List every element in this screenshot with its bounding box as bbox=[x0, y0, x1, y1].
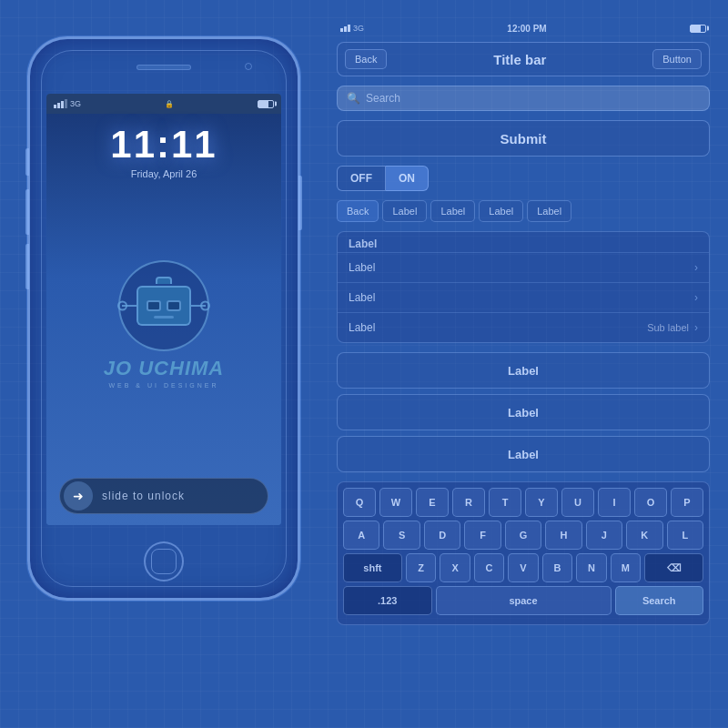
robot-mouth bbox=[154, 316, 174, 318]
robot-eye-left bbox=[147, 300, 161, 311]
key-shift[interactable]: shft bbox=[343, 553, 402, 582]
key-b[interactable]: B bbox=[542, 553, 572, 582]
battery-icon bbox=[258, 100, 274, 108]
power-button[interactable] bbox=[298, 176, 302, 230]
keyboard: Q W E R T Y U I O P A S D F G H J K L sh… bbox=[337, 481, 710, 625]
tab-bar: Back Label Label Label Label bbox=[337, 200, 710, 222]
list-item-3[interactable]: Label Sub label › bbox=[338, 312, 709, 342]
panel-signal-bars bbox=[340, 25, 350, 32]
brand-name: Jo Uchima bbox=[104, 357, 224, 380]
home-button[interactable] bbox=[144, 541, 184, 581]
phone-body: 3G 🔒 11:11 Friday, April 26 bbox=[27, 36, 300, 601]
panel-network: 3G bbox=[353, 24, 364, 33]
chevron-icon-2: › bbox=[694, 291, 698, 304]
key-s[interactable]: S bbox=[383, 521, 420, 550]
keyboard-row-4: .123 space Search bbox=[343, 586, 703, 615]
volume-down-button[interactable] bbox=[25, 244, 29, 289]
tab-label-4[interactable]: Label bbox=[527, 200, 571, 222]
lock-icon: 🔒 bbox=[165, 100, 174, 108]
key-c[interactable]: C bbox=[474, 553, 504, 582]
key-e[interactable]: E bbox=[416, 488, 449, 517]
key-t[interactable]: T bbox=[489, 488, 521, 517]
title-bar: Back Title bar Button bbox=[337, 42, 710, 76]
key-d[interactable]: D bbox=[424, 521, 460, 550]
volume-up-button[interactable] bbox=[25, 189, 29, 235]
toggle-on[interactable]: ON bbox=[386, 166, 429, 191]
list-item-2-label: Label bbox=[349, 291, 375, 304]
antenna-left bbox=[122, 305, 136, 307]
home-button-inner bbox=[151, 549, 177, 574]
key-u[interactable]: U bbox=[561, 488, 594, 517]
key-v[interactable]: V bbox=[508, 553, 538, 582]
action-button-1[interactable]: Label bbox=[337, 352, 710, 389]
key-q[interactable]: Q bbox=[343, 488, 376, 517]
search-input[interactable]: Search bbox=[366, 92, 400, 105]
key-space[interactable]: space bbox=[436, 586, 612, 615]
key-numbers[interactable]: .123 bbox=[343, 586, 432, 615]
keyboard-row-1: Q W E R T Y U I O P bbox=[343, 488, 703, 517]
panel-signal: 3G bbox=[340, 24, 364, 33]
key-i[interactable]: I bbox=[598, 488, 631, 517]
key-p[interactable]: P bbox=[671, 488, 703, 517]
robot-eye-right bbox=[167, 300, 181, 311]
volume-mute-button[interactable] bbox=[25, 148, 29, 176]
key-m[interactable]: M bbox=[611, 553, 641, 582]
key-z[interactable]: Z bbox=[406, 553, 436, 582]
brand-tagline: Web & UI Designer bbox=[108, 382, 218, 389]
robot-circle bbox=[118, 260, 209, 351]
slide-to-unlock[interactable]: ➜ slide to unlock bbox=[59, 478, 268, 514]
search-bar[interactable]: 🔍 Search bbox=[337, 86, 710, 111]
key-f[interactable]: F bbox=[464, 521, 500, 550]
phone-mockup: 3G 🔒 11:11 Friday, April 26 bbox=[27, 36, 300, 601]
panel-status-bar: 3G 12:00 PM bbox=[337, 18, 710, 38]
robot-logo-area: Jo Uchima Web & UI Designer bbox=[104, 170, 224, 478]
tab-label-3[interactable]: Label bbox=[479, 200, 523, 222]
action-buttons: Label Label Label bbox=[337, 352, 710, 472]
keyboard-row-3: shft Z X C V B N M ⌫ bbox=[343, 553, 703, 582]
key-a[interactable]: A bbox=[343, 521, 379, 550]
phone-screen: 3G 🔒 11:11 Friday, April 26 bbox=[46, 94, 281, 525]
panel-clock: 12:00 PM bbox=[507, 24, 546, 34]
network-type: 3G bbox=[70, 99, 81, 108]
list-item-1-label: Label bbox=[349, 261, 375, 274]
key-r[interactable]: R bbox=[452, 488, 485, 517]
tab-label-2[interactable]: Label bbox=[430, 200, 475, 222]
tab-back[interactable]: Back bbox=[337, 200, 379, 222]
key-o[interactable]: O bbox=[634, 488, 667, 517]
key-l[interactable]: L bbox=[667, 521, 703, 550]
action-button-3[interactable]: Label bbox=[337, 436, 710, 472]
search-icon: 🔍 bbox=[347, 92, 360, 105]
ui-panel: 3G 12:00 PM Back Title bar Button 🔍 Sear… bbox=[337, 18, 710, 625]
key-k[interactable]: K bbox=[626, 521, 662, 550]
key-y[interactable]: Y bbox=[525, 488, 558, 517]
submit-button[interactable]: Submit bbox=[337, 120, 710, 157]
tab-label-1[interactable]: Label bbox=[382, 200, 427, 222]
key-backspace[interactable]: ⌫ bbox=[644, 553, 703, 582]
list-item-3-label: Label bbox=[349, 321, 375, 334]
key-g[interactable]: G bbox=[505, 521, 541, 550]
list-item-3-sublabel: Sub label bbox=[647, 322, 689, 333]
phone-status-bar: 3G 🔒 bbox=[46, 94, 281, 114]
list-item-1[interactable]: Label › bbox=[338, 252, 709, 282]
key-search[interactable]: Search bbox=[615, 586, 704, 615]
list-section: Label Label › Label › Label Sub label › bbox=[337, 231, 710, 343]
back-button[interactable]: Back bbox=[345, 49, 387, 69]
key-w[interactable]: W bbox=[379, 488, 412, 517]
antenna-right bbox=[191, 305, 206, 307]
toggle-switch: OFF ON bbox=[337, 166, 710, 191]
keyboard-row-2: A S D F G H J K L bbox=[343, 521, 703, 550]
key-n[interactable]: N bbox=[576, 553, 606, 582]
list-item-2-right: › bbox=[694, 291, 698, 304]
action-button-2[interactable]: Label bbox=[337, 394, 710, 430]
toggle-off[interactable]: OFF bbox=[337, 166, 386, 191]
signal-area: 3G bbox=[54, 99, 81, 108]
chevron-icon-1: › bbox=[694, 261, 698, 274]
title-bar-button[interactable]: Button bbox=[652, 49, 702, 69]
signal-bars bbox=[54, 99, 67, 108]
list-item-2[interactable]: Label › bbox=[338, 282, 709, 312]
key-x[interactable]: X bbox=[440, 553, 470, 582]
unlock-label: slide to unlock bbox=[102, 490, 185, 502]
key-h[interactable]: H bbox=[545, 521, 581, 550]
list-section-header: Label bbox=[338, 232, 709, 252]
key-j[interactable]: J bbox=[586, 521, 622, 550]
